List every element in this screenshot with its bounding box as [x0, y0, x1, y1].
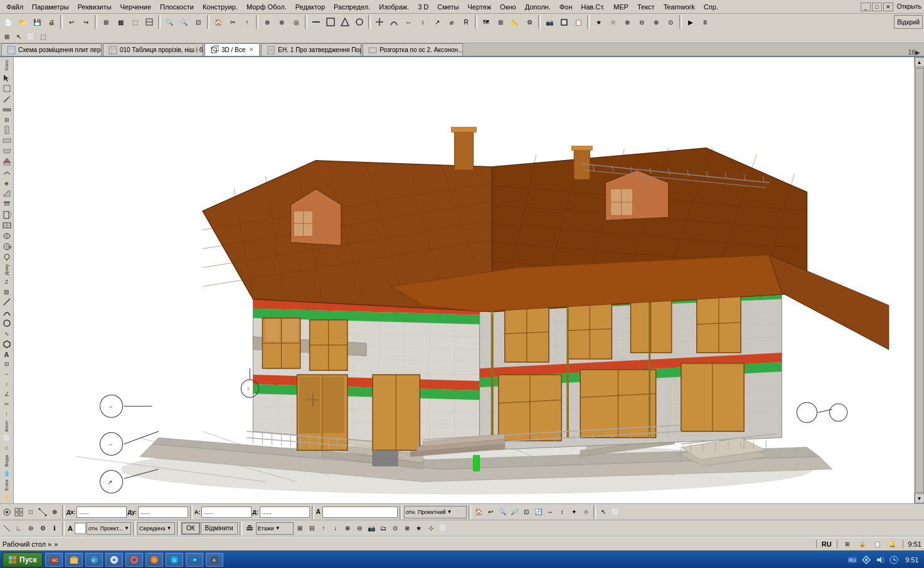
menu-planes[interactable]: Плоскости: [156, 2, 198, 12]
floor-dropdown[interactable]: Етажи ▼: [256, 522, 294, 535]
tray-clock-icon[interactable]: [889, 555, 899, 565]
menu-3d[interactable]: 3 D: [414, 2, 432, 12]
menu-fon[interactable]: Фон: [556, 2, 576, 12]
status-icon-1[interactable]: ⊞: [842, 539, 852, 549]
tool-pipe-vent[interactable]: ○: [1, 444, 13, 453]
tb-g1[interactable]: ▶: [684, 15, 698, 29]
grid-toggle[interactable]: [13, 506, 24, 518]
new-button[interactable]: 📄: [1, 15, 15, 29]
menu-file[interactable]: Файл: [3, 2, 27, 12]
tb-snap-1[interactable]: ⊕: [260, 15, 274, 29]
tool-plumbing[interactable]: 💧: [1, 468, 13, 478]
font-size-input[interactable]: [75, 523, 86, 534]
tb-c6[interactable]: ⌀: [445, 15, 459, 29]
taskbar-item-6[interactable]: O: [146, 553, 163, 567]
ref-dropdown[interactable]: отн. Проектний ▼: [404, 506, 467, 518]
tb-f1[interactable]: ★: [592, 15, 605, 29]
floor-btn-6[interactable]: ⊖: [354, 523, 365, 534]
tb-b4[interactable]: [353, 15, 366, 29]
tb2-3[interactable]: ⬜: [25, 31, 36, 42]
taskbar-item-7[interactable]: S: [166, 553, 183, 567]
menu-window[interactable]: Окно: [496, 2, 520, 12]
tab-section[interactable]: Розгортка по ос 2. Аксонон...: [363, 43, 463, 56]
taskbar-item-5[interactable]: [125, 553, 143, 567]
tab-table[interactable]: 010 Таблиця прорізів, ніш і б... ✕: [103, 43, 203, 56]
info-btn[interactable]: ℹ: [49, 523, 60, 534]
tool-poly[interactable]: [1, 339, 13, 349]
floor-btn-3[interactable]: ↑: [318, 523, 329, 534]
tab-nav-right[interactable]: 1б▶: [906, 49, 923, 56]
status-icon-2[interactable]: 🔒: [858, 539, 868, 549]
vertical-scrollbar[interactable]: ▲ ▼: [914, 57, 924, 503]
menu-params[interactable]: Параметры: [28, 2, 73, 12]
tb-btn-5[interactable]: ⬚: [128, 15, 142, 29]
floor-btn-9[interactable]: ⊙: [390, 523, 401, 534]
tool-morph[interactable]: ◈: [1, 178, 13, 188]
nav-btn-8[interactable]: ↕: [556, 506, 568, 518]
tool-section-draw[interactable]: ✂: [1, 399, 13, 409]
tb-c1[interactable]: [373, 15, 386, 29]
nav-btn-2[interactable]: ↩: [485, 506, 496, 518]
coord-value-x[interactable]: ......: [77, 506, 127, 518]
tb-e1[interactable]: 📷: [543, 15, 556, 29]
snap-1[interactable]: [1, 523, 13, 534]
open-button[interactable]: Открыть: [897, 3, 921, 10]
menu-smety[interactable]: Сметы: [433, 2, 462, 12]
tb-snap-3[interactable]: ◎: [289, 15, 303, 29]
tb-d1[interactable]: 🗺: [479, 15, 493, 29]
zoom-out-button[interactable]: 🔍: [177, 15, 191, 29]
tool-elevation-draw[interactable]: ↑: [1, 409, 13, 419]
menu-morph[interactable]: Морф Обол.: [243, 2, 290, 12]
menu-extra[interactable]: Дополн.: [521, 2, 555, 12]
scroll-thumb[interactable]: [915, 68, 924, 493]
cancel-button[interactable]: Відмінити: [201, 522, 238, 535]
open-label[interactable]: Відкрий: [894, 15, 923, 29]
tb-g2[interactable]: ⏸: [698, 15, 712, 29]
dist-value[interactable]: ......: [260, 506, 310, 518]
menu-help[interactable]: Спр.: [700, 2, 722, 12]
nav-btn-3[interactable]: 🔍: [497, 506, 508, 518]
tab-3d-close[interactable]: ✕: [249, 46, 254, 53]
tool-label[interactable]: ⊟: [1, 360, 13, 369]
tool-object[interactable]: Ob: [1, 242, 13, 252]
tool-electrical[interactable]: ⚡: [1, 493, 13, 502]
floor-btn-1[interactable]: ⊞: [294, 523, 305, 534]
tool-arrow[interactable]: [1, 73, 13, 83]
tool-door[interactable]: [1, 210, 13, 220]
floor-btn-2[interactable]: ⊟: [306, 523, 317, 534]
nav-btn-7[interactable]: ↔: [544, 506, 556, 518]
tool-dimension[interactable]: ↔: [1, 370, 13, 379]
input-box-a[interactable]: [322, 506, 398, 518]
tool-window[interactable]: [1, 220, 13, 230]
snap-3[interactable]: ⊖: [25, 523, 36, 534]
floor-btn-10[interactable]: ⊗: [401, 523, 413, 534]
taskbar-item-8[interactable]: [186, 553, 203, 567]
taskbar-item-3[interactable]: e: [85, 553, 103, 567]
3d-viewport[interactable]: → → ↗ ↑: [14, 57, 914, 503]
tab-3d[interactable]: 3D / Все ✕: [204, 43, 260, 56]
minimize-button[interactable]: _: [861, 3, 871, 11]
menu-chertezh[interactable]: Чертеж: [464, 2, 496, 12]
floor-btn-4[interactable]: ↓: [330, 523, 341, 534]
tb-d3[interactable]: 📐: [508, 15, 522, 29]
tb-f5[interactable]: ⊗: [649, 15, 663, 29]
tb-f4[interactable]: ⊖: [635, 15, 649, 29]
tb-d4[interactable]: ⚙: [523, 15, 536, 29]
tb-section[interactable]: ✂: [226, 15, 240, 29]
menu-construct[interactable]: Конструир.: [199, 2, 242, 12]
floor-btn-13[interactable]: ⬜: [437, 523, 449, 534]
settings-btn[interactable]: ⚙: [37, 523, 48, 534]
scroll-up-arrow[interactable]: ▲: [915, 57, 925, 67]
scroll-down-arrow[interactable]: ▼: [915, 493, 925, 503]
tb-btn-6[interactable]: [142, 15, 156, 29]
redo-button[interactable]: ↪: [79, 15, 93, 29]
tb-f6[interactable]: ⊙: [664, 15, 677, 29]
coord-value-y[interactable]: ......: [138, 506, 188, 518]
print-button[interactable]: 🖨: [45, 15, 58, 29]
tool-curtain-wall[interactable]: ⊞: [1, 115, 13, 125]
tb2-4[interactable]: ⬚: [37, 31, 48, 42]
nav-btn-4[interactable]: 🔎: [509, 506, 520, 518]
tool-beam[interactable]: [1, 136, 13, 146]
floor-btn-5[interactable]: ⊕: [342, 523, 353, 534]
menu-text[interactable]: Текст: [634, 2, 659, 12]
